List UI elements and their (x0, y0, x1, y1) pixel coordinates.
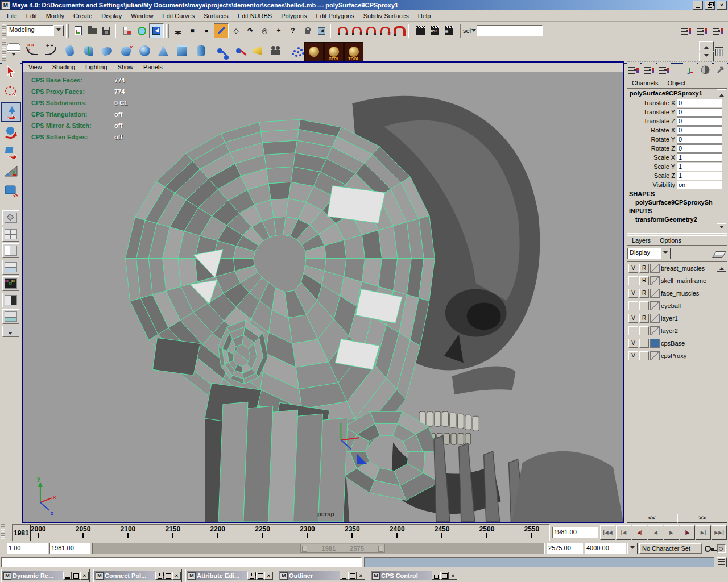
layer-pan-left-button[interactable]: << (627, 514, 677, 523)
menu-edit-polygons[interactable]: Edit Polygons (311, 11, 358, 20)
layout-single-persp-button[interactable] (2, 210, 19, 225)
extrude-icon[interactable] (98, 42, 116, 60)
character-set-label[interactable]: No Character Set (639, 543, 702, 554)
channel-value-field[interactable]: 1 (677, 153, 722, 162)
layer-name[interactable]: breast_muscles (661, 265, 705, 272)
shelf-tab-icon[interactable] (7, 43, 20, 51)
loft-icon[interactable] (79, 42, 97, 60)
mask-lines-icon[interactable] (214, 23, 229, 38)
menu-file[interactable]: File (2, 11, 22, 20)
toggle-tool-settings-icon[interactable] (695, 24, 709, 38)
panel-menu-shading[interactable]: Shading (47, 63, 80, 71)
layer-reference-toggle[interactable] (639, 339, 649, 348)
channel-value-field[interactable]: 1 (677, 163, 722, 171)
layer-name[interactable]: layer2 (661, 327, 678, 334)
channel-value-field[interactable]: 0 (677, 117, 722, 126)
shelf-tab-menu-button[interactable] (7, 51, 20, 60)
channel-value-field[interactable]: 0 (677, 99, 722, 107)
highlight-selection-icon[interactable] (315, 24, 328, 38)
trash-icon[interactable] (715, 49, 723, 56)
layer-name[interactable]: cpsProxy (661, 352, 686, 359)
layer-mode-dropdown-icon[interactable] (660, 248, 671, 259)
panel-menu-show[interactable]: Show (113, 63, 139, 71)
select-object-icon[interactable] (135, 24, 148, 38)
restore-button[interactable] (432, 572, 440, 580)
menu-edit-nurbs[interactable]: Edit NURBS (233, 11, 277, 20)
restore-button[interactable] (155, 572, 164, 580)
layer-reference-toggle[interactable]: R (639, 314, 649, 323)
channel-name[interactable]: Rotate Y (627, 136, 677, 143)
hotbox-arrow-icon[interactable] (714, 63, 727, 77)
snap-grid-icon[interactable] (336, 24, 349, 38)
layer-visible-toggle[interactable]: V (628, 264, 638, 273)
layout-persp-graph-split-button[interactable] (2, 309, 19, 324)
layout-hypergraph-persp-button[interactable] (2, 276, 19, 291)
close-button[interactable]: × (449, 572, 457, 580)
snap-curve-icon[interactable] (350, 24, 363, 38)
layer-color-swatch[interactable] (650, 351, 660, 360)
channel-name[interactable]: Scale X (627, 154, 677, 161)
tab-object[interactable]: Object (663, 79, 690, 87)
channel-name[interactable]: Visibility (627, 181, 677, 188)
move-tool[interactable] (1, 102, 21, 122)
mask-hulls-icon[interactable]: ↷ (243, 24, 257, 38)
layers-menu-layers[interactable]: Layers (627, 236, 655, 244)
particle-icon[interactable] (286, 42, 304, 60)
menu-help[interactable]: Help (413, 11, 436, 20)
layer-mode-selector[interactable]: Display (627, 248, 671, 259)
channel-scroll-down-button[interactable] (717, 223, 726, 232)
layer-reference-toggle[interactable]: R (639, 276, 649, 285)
toggle-channel-box-icon[interactable] (711, 24, 725, 38)
playback-start-field[interactable] (50, 543, 90, 552)
channel-name[interactable]: Rotate X (627, 127, 677, 134)
birail-icon[interactable] (117, 42, 135, 60)
new-scene-icon[interactable] (71, 24, 85, 38)
layer-reference-toggle[interactable] (639, 301, 649, 310)
close-button[interactable]: × (717, 1, 727, 10)
range-handle-right-grip[interactable] (378, 546, 383, 552)
menu-polygons[interactable]: Polygons (276, 11, 311, 20)
channel-value-field[interactable]: 0 (677, 126, 722, 135)
layout-four-view-button[interactable] (2, 227, 19, 242)
snap-plane-icon[interactable] (378, 24, 392, 38)
layer-visible-toggle[interactable]: V (628, 314, 638, 323)
step-back-key-button[interactable]: |◀ (616, 525, 631, 540)
cps-ctrl-icon[interactable]: CTRL (324, 42, 344, 61)
spotlight-icon[interactable] (248, 42, 266, 60)
minimized-window[interactable]: MConnect Pol...× (93, 569, 182, 582)
ik-handle-icon[interactable] (229, 42, 247, 60)
go-to-end-button[interactable]: ▶▶| (712, 525, 727, 540)
menu-subdiv-surfaces[interactable]: Subdiv Surfaces (359, 11, 413, 20)
channel-value-field[interactable]: 1 (677, 172, 722, 180)
channel-name[interactable]: Scale Z (627, 172, 677, 179)
mask-menu-icon[interactable] (171, 24, 185, 38)
channel-name[interactable]: Translate Z (627, 118, 677, 124)
lasso-tool[interactable] (2, 82, 20, 101)
channel-name[interactable]: Translate Y (627, 109, 677, 115)
layer-color-swatch[interactable] (650, 276, 660, 285)
maximize-button[interactable] (348, 572, 357, 580)
show-manipulator-tool[interactable] (2, 162, 20, 180)
range-handle[interactable]: 1981 2575 (300, 544, 385, 553)
time-ruler[interactable]: 1981 20002050210021502200225023002350240… (12, 524, 550, 541)
make-live-icon[interactable] (392, 24, 406, 38)
render-globals-icon[interactable] (442, 24, 456, 38)
layer-visible-toggle[interactable] (628, 276, 638, 285)
minimize-button[interactable] (63, 572, 72, 580)
restore-button[interactable] (705, 1, 715, 10)
close-button[interactable]: × (172, 572, 181, 580)
layer-color-swatch[interactable] (650, 314, 660, 323)
scale-tool[interactable] (2, 143, 20, 161)
layer-visible-toggle[interactable]: V (628, 339, 638, 348)
render-current-icon[interactable] (413, 24, 427, 38)
manip-axis-icon[interactable] (683, 63, 697, 77)
channel-name[interactable]: Translate X (627, 99, 677, 106)
step-back-frame-button[interactable]: ◀| (632, 525, 647, 540)
current-time-field[interactable] (553, 527, 595, 537)
rotate-tool[interactable] (2, 123, 20, 142)
ipr-render-icon[interactable] (428, 24, 441, 38)
shape-node-name[interactable]: polySurface9CPSproxySh (627, 198, 727, 206)
maximize-button[interactable] (440, 572, 449, 580)
maximize-button[interactable] (72, 572, 80, 580)
cv-curve-tool-icon[interactable] (23, 42, 41, 60)
